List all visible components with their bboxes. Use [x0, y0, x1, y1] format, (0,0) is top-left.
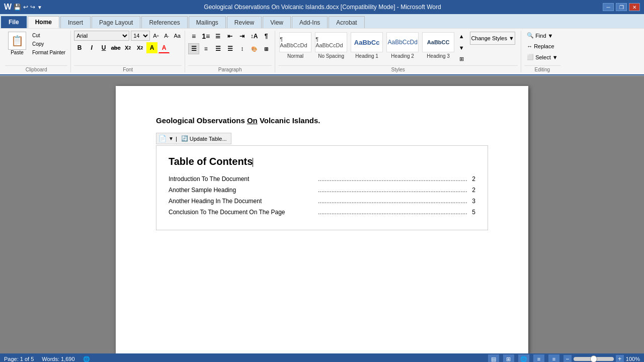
toc-entry-4[interactable]: Conclusion To The Document On The Page .…	[169, 209, 475, 216]
status-right: ▤ ⊞ 🌐 ≡ ≡ − + 100%	[488, 354, 640, 362]
align-right-button[interactable]: ☰	[212, 43, 223, 54]
bullets-button[interactable]: ≡	[188, 31, 199, 42]
style-heading3[interactable]: AaBbCC Heading 3	[421, 31, 455, 60]
view-full-button[interactable]: ⊞	[503, 354, 514, 362]
change-styles-button[interactable]: Change Styles ▼	[470, 32, 515, 45]
format-painter-button[interactable]: Format Painter	[30, 49, 67, 56]
paste-icon: 📋	[8, 32, 26, 50]
tab-file[interactable]: File	[1, 16, 27, 28]
quick-access-redo[interactable]: ↪	[30, 4, 35, 11]
numbering-button[interactable]: 1≡	[200, 31, 211, 42]
paste-button[interactable]: 📋 Paste	[5, 31, 29, 56]
styles-group: ¶ AaBbCcDd Normal ¶ AaBbCcDd No Spacing	[275, 31, 521, 72]
toc-entry-4-page: 5	[469, 209, 475, 216]
view-outline-button[interactable]: ≡	[533, 354, 544, 362]
tab-acrobat[interactable]: Acrobat	[329, 16, 364, 28]
view-draft-button[interactable]: ≡	[548, 354, 559, 362]
find-button[interactable]: 🔍 Find ▼	[524, 31, 560, 40]
select-label: Select	[535, 54, 551, 60]
quick-access-more[interactable]: ▼	[37, 5, 42, 10]
update-table-icon: 🔄	[181, 135, 188, 142]
update-table-button[interactable]: 🔄 Update Table...	[179, 134, 229, 143]
sort-button[interactable]: ↕A	[249, 31, 260, 42]
toc-entry-4-text: Conclusion To The Document On The Page	[169, 209, 318, 216]
minimize-button[interactable]: ─	[603, 3, 614, 11]
close-button[interactable]: ✕	[629, 3, 640, 11]
tab-references[interactable]: References	[141, 16, 187, 28]
toc-entry-3[interactable]: Another Heading In The Document ........…	[169, 198, 475, 205]
tab-page-layout[interactable]: Page Layout	[92, 16, 140, 28]
increase-indent-button[interactable]: ⇥	[236, 31, 248, 42]
styles-scroll-down[interactable]: ▼	[457, 43, 466, 52]
style-no-spacing[interactable]: ¶ AaBbCcDd No Spacing	[314, 31, 348, 60]
zoom-slider[interactable]	[574, 357, 614, 361]
tab-insert[interactable]: Insert	[60, 16, 91, 28]
replace-button[interactable]: ↔ Replace	[524, 42, 560, 51]
superscript-button[interactable]: X2	[134, 42, 145, 53]
zoom-in-button[interactable]: +	[616, 355, 624, 362]
decrease-indent-button[interactable]: ⇤	[224, 31, 235, 42]
update-table-label: Update Table...	[190, 136, 227, 142]
quick-access-save[interactable]: 💾	[14, 4, 21, 11]
tab-review[interactable]: Review	[227, 16, 262, 28]
show-marks-button[interactable]: ¶	[261, 31, 272, 42]
font-color-button[interactable]: A	[158, 42, 170, 53]
copy-button[interactable]: Copy	[30, 40, 67, 48]
quick-access-undo[interactable]: ↩	[23, 4, 28, 11]
toc-entry-1-dots: ........................................…	[318, 175, 467, 183]
para-controls-inner: ≡ 1≡ ☰ ⇤ ⇥ ↕A ¶ ☰ ≡ ☰ ☰ ↕ 🎨	[188, 31, 272, 54]
toc-entry-3-page: 3	[469, 198, 475, 205]
style-heading2[interactable]: AaBbCcDd Heading 2	[385, 31, 420, 60]
font-grow-button[interactable]: A+	[151, 31, 160, 40]
style-heading1[interactable]: AaBbCc Heading 1	[350, 31, 384, 60]
font-size-select[interactable]: 14	[131, 31, 150, 41]
align-left-button[interactable]: ☰	[188, 43, 199, 54]
document-page[interactable]: Geological Observations On Volcanic Isla…	[116, 86, 528, 353]
borders-button[interactable]: ⊞	[261, 43, 272, 54]
italic-button[interactable]: I	[86, 42, 97, 53]
title-bar-left: W 💾 ↩ ↪ ▼	[4, 3, 42, 12]
font-shrink-button[interactable]: A-	[162, 31, 171, 40]
underline-button[interactable]: U	[98, 42, 109, 53]
toc-entry-2[interactable]: Another Sample Heading .................…	[169, 187, 475, 194]
style-heading3-preview: AaBbCC	[422, 32, 454, 52]
zoom-slider-thumb[interactable]	[590, 355, 597, 362]
highlight-button[interactable]: A	[146, 42, 157, 53]
cut-button[interactable]: Cut	[30, 32, 67, 39]
style-normal[interactable]: ¶ AaBbCcDd Normal	[278, 31, 312, 60]
bold-button[interactable]: B	[74, 42, 85, 53]
toc-content: Table of Contents Introduction To The Do…	[156, 146, 488, 230]
align-center-button[interactable]: ≡	[200, 43, 211, 54]
clear-formatting-button[interactable]: Aa	[173, 31, 182, 40]
style-heading1-label: Heading 1	[355, 53, 378, 59]
multilevel-button[interactable]: ☰	[212, 31, 223, 42]
select-button[interactable]: ⬜ Select ▼	[524, 52, 560, 62]
tab-mailings[interactable]: Mailings	[189, 16, 226, 28]
justify-button[interactable]: ☰	[224, 43, 235, 54]
line-spacing-button[interactable]: ↕	[236, 43, 248, 54]
page-info: Page: 1 of 5	[4, 356, 34, 362]
toc-entry-1[interactable]: Introduction To The Document ...........…	[169, 175, 475, 183]
tab-home[interactable]: Home	[28, 16, 59, 28]
document-area: Geological Observations On Volcanic Isla…	[0, 76, 644, 353]
find-label: Find	[535, 33, 546, 39]
tab-view[interactable]: View	[263, 16, 291, 28]
zoom-out-button[interactable]: −	[564, 355, 572, 362]
styles-scroll-up[interactable]: ▲	[457, 32, 466, 41]
editing-group: 🔍 Find ▼ ↔ Replace ⬜ Select ▼ Editing	[521, 31, 563, 72]
shading-button[interactable]: 🎨	[249, 43, 260, 54]
restore-button[interactable]: ❐	[616, 3, 627, 11]
title-bar: W 💾 ↩ ↪ ▼ Geological Observations On Vol…	[0, 0, 644, 14]
style-heading2-label: Heading 2	[391, 53, 414, 59]
toc-dropdown-arrow[interactable]: ▼	[169, 136, 174, 141]
select-icon: ⬜	[527, 54, 534, 60]
clipboard-label: Clipboard	[5, 65, 67, 72]
view-print-button[interactable]: ▤	[488, 354, 499, 362]
font-family-select[interactable]: Arial	[74, 31, 129, 41]
subscript-button[interactable]: X2	[122, 42, 133, 53]
tab-add-ins[interactable]: Add-Ins	[292, 16, 328, 28]
styles-more[interactable]: ⊞	[457, 54, 466, 63]
strikethrough-button[interactable]: abc	[110, 42, 121, 53]
view-web-button[interactable]: 🌐	[518, 354, 529, 362]
font-group: Arial 14 A+ A- Aa B I U abc X	[71, 31, 185, 72]
